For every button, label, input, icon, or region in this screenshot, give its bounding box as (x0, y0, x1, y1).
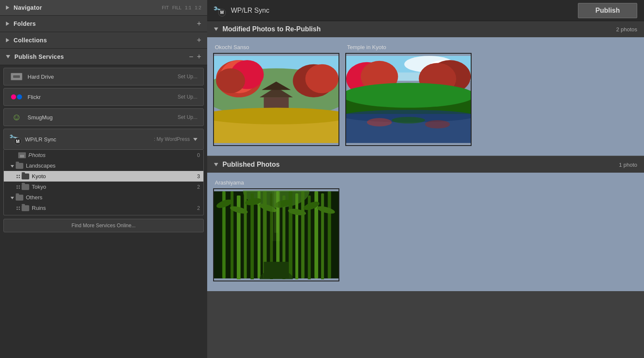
arashiyama-thumbnail (213, 188, 339, 281)
hard-drive-service[interactable]: Hard Drive Set Up... (3, 68, 204, 85)
modified-photos-section: Modified Photos to Re-Publish 2 photos O… (207, 21, 644, 156)
tree-item-tokyo[interactable]: Tokyo 2 (4, 182, 203, 192)
tree-item-others[interactable]: Others (4, 192, 203, 203)
published-empty-space (343, 176, 641, 288)
collections-section-header[interactable]: Collections + (0, 32, 207, 49)
one-to-one-label[interactable]: 1:1 (185, 5, 191, 10)
svg-point-26 (367, 118, 392, 127)
collections-add-button[interactable]: + (197, 36, 201, 44)
right-header: 🔧 M WP/LR Sync Publish (207, 0, 644, 21)
svg-point-13 (214, 108, 339, 124)
modified-chevron-icon (214, 28, 218, 31)
svg-rect-35 (250, 193, 254, 279)
fit-label[interactable]: FIT (162, 5, 169, 10)
flickr-pink-dot (11, 94, 16, 99)
flickr-service[interactable]: Flickr Set Up... (3, 88, 204, 106)
published-section-title: Published Photos (222, 161, 619, 168)
okochi-title: Okochi Sanso (213, 43, 339, 51)
wplr-service[interactable]: 🔧 M WP/LR Sync : My WordPress (3, 129, 204, 150)
tokyo-dots-icon (17, 185, 20, 189)
svg-point-28 (392, 117, 425, 124)
publish-services-body: Hard Drive Set Up... Flickr Set Up... ☺ … (0, 65, 207, 358)
tree-item-landscapes[interactable]: Landscapes (4, 160, 203, 171)
folders-title: Folders (14, 20, 193, 27)
temple-thumbnail (345, 53, 472, 146)
smugmug-setup[interactable]: Set Up... (178, 114, 197, 120)
publish-button[interactable]: Publish (578, 3, 637, 18)
ruins-count: 2 (197, 205, 200, 211)
others-expand-icon (11, 194, 14, 201)
modified-section-header[interactable]: Modified Photos to Re-Publish 2 photos (207, 21, 644, 37)
published-photo-count: 1 photo (619, 162, 637, 168)
tokyo-count: 2 (197, 184, 200, 190)
photos-label: Photos (28, 152, 195, 158)
landscapes-expand-icon (11, 162, 14, 169)
right-content: Modified Photos to Re-Publish 2 photos O… (207, 21, 644, 358)
flickr-name: Flickr (28, 94, 178, 100)
kyoto-dots-icon (17, 175, 20, 178)
smugmug-icon: ☺ (10, 113, 23, 121)
photos-count: 0 (197, 152, 200, 158)
tree-item-ruins[interactable]: Ruins 2 (4, 203, 203, 213)
modified-photo-count: 2 photos (616, 26, 637, 33)
tree-item-photos[interactable]: Photos 0 (4, 150, 203, 160)
folders-add-button[interactable]: + (197, 20, 201, 28)
kyoto-count: 3 (197, 173, 200, 179)
ruins-dots-icon (17, 207, 20, 210)
svg-rect-57 (264, 262, 289, 278)
temple-title: Temple in Kyoto (345, 43, 472, 51)
publish-services-minus-button[interactable]: − (189, 53, 194, 61)
find-more-services-button[interactable]: Find More Services Online... (3, 219, 204, 232)
left-panel: Navigator FIT FILL 1:1 1:2 Folders + Col… (0, 0, 207, 358)
navigator-title: Navigator (14, 4, 162, 11)
navigator-section-header[interactable]: Navigator FIT FILL 1:1 1:2 (0, 0, 207, 16)
publish-services-section-header[interactable]: Publish Services − + (0, 49, 207, 65)
wplr-service-name: WP/LR Sync (25, 136, 154, 143)
svg-point-7 (305, 64, 339, 94)
fill-label[interactable]: FILL (172, 5, 181, 10)
flickr-blue-dot (17, 94, 22, 99)
photo-cell-arashiyama[interactable]: Arashiyama (211, 176, 342, 288)
tokyo-folder-icon (22, 184, 29, 190)
arashiyama-title: Arashiyama (213, 179, 339, 187)
one-to-two-label[interactable]: 1:2 (195, 5, 201, 10)
okochi-thumbnail (213, 53, 339, 146)
ruins-folder-icon (22, 205, 29, 211)
published-section-header[interactable]: Published Photos 1 photo (207, 157, 644, 173)
folders-section-header[interactable]: Folders + (0, 16, 207, 32)
svg-rect-43 (301, 191, 305, 278)
photo-cell-okochi[interactable]: Okochi Sanso (211, 41, 342, 152)
kyoto-folder-icon (22, 173, 29, 179)
svg-rect-47 (328, 191, 331, 278)
svg-rect-59 (274, 191, 278, 233)
tree-item-kyoto[interactable]: Kyoto 3 (4, 171, 203, 182)
svg-rect-41 (289, 191, 292, 278)
svg-point-5 (216, 69, 245, 94)
others-label: Others (26, 194, 200, 201)
landscapes-folder-icon (16, 163, 23, 169)
folders-expand-icon (6, 22, 9, 26)
photo-cell-temple[interactable]: Temple in Kyoto (343, 41, 474, 152)
tokyo-label: Tokyo (32, 184, 195, 190)
flickr-icon (10, 93, 23, 101)
flickr-setup[interactable]: Set Up... (178, 94, 197, 100)
collections-title: Collections (14, 37, 193, 44)
publish-services-title: Publish Services (14, 53, 186, 60)
wplr-tree: Photos 0 Landscapes Kyoto 3 (3, 150, 204, 215)
photos-folder-icon (18, 152, 26, 158)
smugmug-service[interactable]: ☺ SmugMug Set Up... (3, 108, 204, 126)
header-title: WP/LR Sync (231, 7, 578, 14)
hard-drive-name: Hard Drive (28, 74, 178, 80)
collections-expand-icon (6, 38, 9, 42)
wplr-chevron-down-icon (193, 138, 197, 141)
wplr-icon: 🔧 M (10, 133, 22, 145)
modified-section-title: Modified Photos to Re-Publish (222, 25, 616, 33)
navigator-expand-icon (6, 6, 9, 10)
hard-drive-setup[interactable]: Set Up... (178, 74, 197, 80)
ruins-label: Ruins (32, 205, 195, 211)
smugmug-name: SmugMug (28, 114, 178, 121)
publish-services-expand-icon (6, 55, 10, 58)
svg-point-27 (425, 120, 450, 129)
publish-services-add-button[interactable]: + (197, 53, 201, 61)
svg-rect-32 (230, 191, 233, 278)
